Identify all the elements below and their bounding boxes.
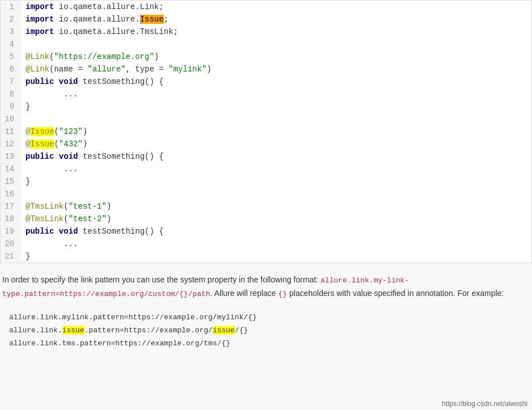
table-row: 13public void testSomething() { <box>1 150 531 163</box>
line-code: public void testSomething() { <box>21 225 531 238</box>
line-code: @Link("https://example.org") <box>21 50 531 63</box>
desc-text-1: In order to specify the link pattern you… <box>2 275 320 284</box>
line-number: 6 <box>1 63 21 75</box>
line-number: 18 <box>1 213 21 225</box>
line-code: public void testSomething() { <box>21 75 531 88</box>
code-block: 1import io.qameta.allure.Link;2import io… <box>0 0 532 263</box>
table-row: 17@TmsLink("test-1") <box>1 200 531 213</box>
table-row: 18@TmsLink("test-2") <box>1 213 531 225</box>
table-row: 10 <box>1 113 531 125</box>
desc-text-2: . Allure will replace <box>210 289 278 298</box>
examples-section: allure.link.mylink.pattern=https://examp… <box>0 306 532 353</box>
line-number: 4 <box>1 38 21 50</box>
table-row: 21} <box>1 250 531 263</box>
line-number: 7 <box>1 75 21 88</box>
line-number: 8 <box>1 88 21 100</box>
table-row: 9} <box>1 100 531 113</box>
line-code: import io.qameta.allure.TmsLink; <box>21 26 531 38</box>
line-code: @Issue("123") <box>21 125 531 138</box>
table-row: 20 ... <box>1 238 531 250</box>
table-row: 14 ... <box>1 163 531 175</box>
line-code: } <box>21 250 531 263</box>
table-row: 11@Issue("123") <box>1 125 531 138</box>
line-number: 20 <box>1 238 21 250</box>
line-code <box>21 38 531 50</box>
table-row: 8 ... <box>1 88 531 100</box>
table-row: 7public void testSomething() { <box>1 75 531 88</box>
table-row: 2import io.qameta.allure.Issue; <box>1 13 531 26</box>
description-section: In order to specify the link pattern you… <box>0 263 532 306</box>
line-number: 13 <box>1 150 21 163</box>
line-code: ... <box>21 163 531 175</box>
line-number: 1 <box>1 1 21 13</box>
line-number: 17 <box>1 200 21 213</box>
example-line-3: allure.link.tms.pattern=https://example.… <box>9 337 530 350</box>
line-number: 11 <box>1 125 21 138</box>
table-row: 6@Link(name = "allure", type = "mylink") <box>1 63 531 75</box>
table-row: 15} <box>1 175 531 188</box>
example-line-2: allure.link.issue.pattern=https://exampl… <box>9 324 530 337</box>
line-code: import io.qameta.allure.Link; <box>21 1 531 13</box>
line-number: 19 <box>1 225 21 238</box>
line-code: } <box>21 100 531 113</box>
line-number: 9 <box>1 100 21 113</box>
line-number: 2 <box>1 13 21 26</box>
line-code: @TmsLink("test-1") <box>21 200 531 213</box>
line-number: 12 <box>1 138 21 150</box>
line-code: ... <box>21 88 531 100</box>
code-table: 1import io.qameta.allure.Link;2import io… <box>1 1 531 263</box>
line-number: 3 <box>1 26 21 38</box>
desc-text-3: placeholders with value specified in ann… <box>287 289 504 298</box>
line-code: @Issue("432") <box>21 138 531 150</box>
table-row: 4 <box>1 38 531 50</box>
example-line-1: allure.link.mylink.pattern=https://examp… <box>9 311 530 324</box>
table-row: 3import io.qameta.allure.TmsLink; <box>1 26 531 38</box>
line-number: 14 <box>1 163 21 175</box>
line-number: 5 <box>1 50 21 63</box>
line-number: 15 <box>1 175 21 188</box>
table-row: 12@Issue("432") <box>1 138 531 150</box>
placeholder-code: {} <box>278 290 288 298</box>
line-code: ... <box>21 238 531 250</box>
table-row: 5@Link("https://example.org") <box>1 50 531 63</box>
table-row: 16 <box>1 188 531 200</box>
line-code: } <box>21 175 531 188</box>
line-code <box>21 188 531 200</box>
table-row: 1import io.qameta.allure.Link; <box>1 1 531 13</box>
table-row: 19public void testSomething() { <box>1 225 531 238</box>
line-code: @Link(name = "allure", type = "mylink") <box>21 63 531 75</box>
line-number: 10 <box>1 113 21 125</box>
line-code <box>21 113 531 125</box>
line-code: public void testSomething() { <box>21 150 531 163</box>
line-code: import io.qameta.allure.Issue; <box>21 13 531 26</box>
line-number: 21 <box>1 250 21 263</box>
line-code: @TmsLink("test-2") <box>21 213 531 225</box>
line-number: 16 <box>1 188 21 200</box>
